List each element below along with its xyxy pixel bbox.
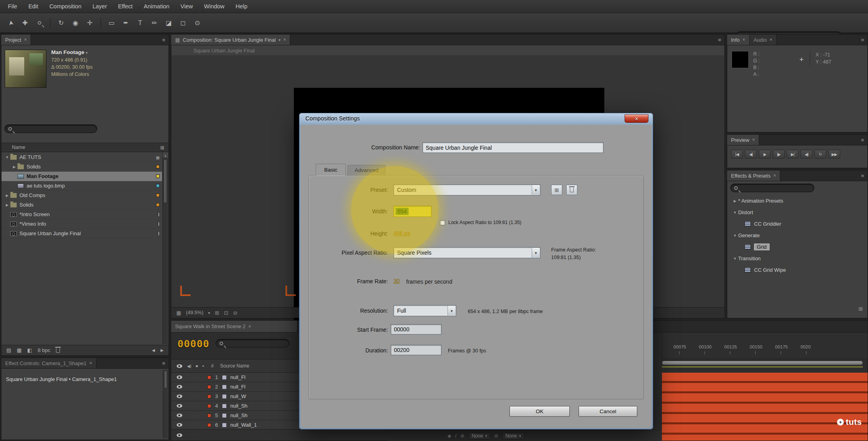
- duration-input[interactable]: 00200: [391, 345, 442, 355]
- layer-color-chip[interactable]: [207, 375, 211, 379]
- chevron-down-icon[interactable]: ▾: [86, 51, 88, 55]
- project-item-selected[interactable]: Man Footage: [2, 172, 162, 181]
- effects-search-input[interactable]: [730, 184, 814, 192]
- project-item-folder[interactable]: ▼ AE TUTS ⊞: [2, 153, 162, 162]
- layer-color-chip[interactable]: [207, 385, 211, 389]
- mask-visibility-icon[interactable]: ⊡: [224, 310, 228, 316]
- project-columns-header[interactable]: Name ⊞: [2, 143, 168, 152]
- project-item-comp[interactable]: *Vimeo Info: [2, 219, 162, 229]
- close-icon[interactable]: ×: [89, 360, 92, 366]
- video-column-icon[interactable]: [177, 364, 182, 368]
- menu-edit[interactable]: Edit: [23, 0, 44, 13]
- eye-icon[interactable]: [177, 433, 182, 437]
- loop-button[interactable]: ↻: [814, 150, 826, 159]
- trash-icon[interactable]: [56, 348, 60, 353]
- project-item-comp[interactable]: Square Urban Jungle Final: [2, 229, 162, 238]
- resolution-dropdown[interactable]: Full ▾: [393, 305, 456, 316]
- mask-tool-icon[interactable]: ▭: [106, 17, 118, 29]
- solo-column-icon[interactable]: ●: [195, 363, 198, 369]
- tab-advanced[interactable]: Advanced: [347, 165, 386, 175]
- lock-column-icon[interactable]: ▪: [202, 363, 204, 369]
- twisty-icon[interactable]: ▼: [732, 211, 738, 215]
- parent-select[interactable]: None ▾: [469, 432, 490, 439]
- twisty-icon[interactable]: ▼: [4, 155, 10, 159]
- pen-tool-icon[interactable]: ✒: [120, 17, 132, 29]
- rotation-tool-icon[interactable]: ↻: [55, 17, 67, 29]
- clone-stamp-tool-icon[interactable]: ◪: [163, 17, 175, 29]
- menu-effect[interactable]: Effect: [112, 0, 138, 13]
- scroll-up-icon[interactable]: ▴: [163, 153, 168, 159]
- pan-behind-tool-icon[interactable]: ✛: [84, 17, 96, 29]
- close-icon[interactable]: ×: [752, 137, 755, 143]
- selection-tool-icon[interactable]: ➤: [4, 16, 18, 30]
- chevron-down-icon[interactable]: ▾: [278, 38, 280, 42]
- preset-dropdown[interactable]: Custom ▾: [393, 184, 540, 195]
- comp-name-input[interactable]: Square Urban Jungle Final: [422, 142, 604, 153]
- menu-help[interactable]: Help: [230, 0, 253, 13]
- always-preview-icon[interactable]: ▦: [176, 310, 181, 316]
- layer-color-chip[interactable]: [207, 414, 211, 418]
- eye-icon[interactable]: [177, 395, 182, 398]
- panel-menu-icon[interactable]: ≡: [857, 170, 868, 181]
- project-item-folder[interactable]: ▶ Solids: [2, 200, 162, 210]
- close-icon[interactable]: ×: [283, 37, 286, 43]
- twisty-icon[interactable]: ▶: [11, 165, 17, 169]
- menu-window[interactable]: Window: [199, 0, 230, 13]
- scrollbar-thumb[interactable]: [164, 159, 167, 203]
- eye-icon[interactable]: [177, 375, 182, 379]
- panel-menu-icon[interactable]: ≡: [857, 135, 868, 145]
- effect-item-selected[interactable]: Grid: [728, 241, 867, 253]
- panel-menu-icon[interactable]: ≡: [857, 35, 868, 45]
- panel-menu-icon[interactable]: ≡: [158, 358, 169, 368]
- effects-category[interactable]: ▼ Generate: [728, 230, 867, 241]
- scroll-right-icon[interactable]: ▶: [160, 348, 164, 352]
- project-item-folder[interactable]: ▶ Solids: [2, 162, 162, 172]
- next-frame-button[interactable]: |▶: [773, 150, 785, 159]
- eye-icon[interactable]: [177, 423, 182, 427]
- label-color-chip[interactable]: [156, 193, 160, 197]
- label-color-chip[interactable]: [158, 212, 160, 217]
- dialog-close-button[interactable]: ×: [625, 114, 648, 123]
- timeline-ruler[interactable]: 00075 00100 00125 00150 00175 0020: [662, 333, 868, 359]
- scroll-left-icon[interactable]: ◀: [152, 348, 155, 352]
- close-icon[interactable]: ×: [24, 37, 27, 43]
- project-scrollbar[interactable]: ▴: [162, 153, 168, 344]
- close-icon[interactable]: ×: [770, 37, 772, 43]
- save-preset-icon[interactable]: ⊞: [551, 185, 562, 195]
- menu-layer[interactable]: Layer: [87, 0, 112, 13]
- layer-color-chip[interactable]: [207, 404, 211, 408]
- tab-effects-presets[interactable]: Effects & Presets ×: [727, 170, 780, 181]
- width-input[interactable]: 654: [393, 206, 432, 217]
- project-search-input[interactable]: [4, 124, 97, 133]
- previous-frame-button[interactable]: ◀|: [745, 150, 757, 159]
- effect-item[interactable]: CC Grid Wipe: [728, 264, 867, 276]
- zoom-tool-icon[interactable]: [33, 17, 45, 29]
- scrollbar-thumb[interactable]: [164, 371, 167, 388]
- panel-resize-icon[interactable]: ⊞: [858, 306, 863, 312]
- tab-composition[interactable]: ▦ Composition: Square Urban Jungle Final…: [171, 35, 290, 45]
- parent-select[interactable]: None ▾: [502, 432, 524, 439]
- effects-category[interactable]: ▼ Distort: [728, 207, 867, 218]
- eye-icon[interactable]: [177, 404, 182, 408]
- layer-color-chip[interactable]: [207, 395, 211, 398]
- label-color-chip[interactable]: [158, 231, 160, 236]
- layer-color-chip[interactable]: [207, 423, 211, 427]
- effect-item[interactable]: CC Griddler: [728, 218, 867, 230]
- panel-menu-icon[interactable]: ≡: [714, 35, 725, 45]
- tab-info[interactable]: Info ×: [727, 35, 750, 45]
- frame-rate-value[interactable]: 30: [393, 278, 400, 284]
- twisty-icon[interactable]: ▶: [732, 199, 738, 203]
- twisty-icon[interactable]: ▼: [732, 257, 738, 261]
- grid-options-icon[interactable]: ⊞: [215, 310, 219, 316]
- pixel-aspect-ratio-dropdown[interactable]: Square Pixels ▾: [393, 247, 540, 258]
- work-area-bar[interactable]: [662, 361, 863, 365]
- effects-category[interactable]: ▶ * Animation Presets: [728, 195, 867, 207]
- index-column-label[interactable]: #: [211, 363, 214, 369]
- interpret-footage-icon[interactable]: ▤: [6, 347, 11, 353]
- tab-audio[interactable]: Audio ×: [750, 35, 777, 45]
- label-color-chip[interactable]: [158, 222, 160, 226]
- start-frame-input[interactable]: 00000: [391, 324, 442, 335]
- zoom-level[interactable]: (49.5%): [186, 310, 203, 315]
- play-button[interactable]: ▶: [759, 150, 771, 159]
- delete-preset-icon[interactable]: [566, 185, 577, 195]
